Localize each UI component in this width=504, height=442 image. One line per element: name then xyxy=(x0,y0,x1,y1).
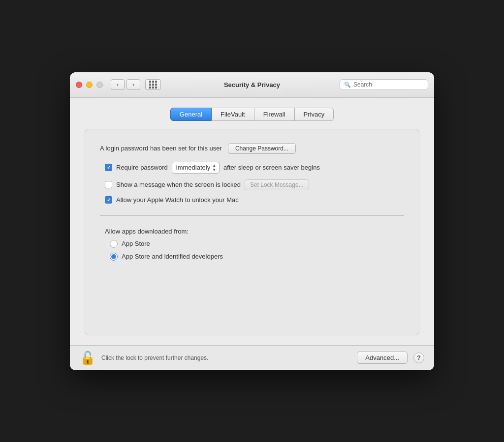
content-area: General FileVault Firewall Privacy A log… xyxy=(70,98,434,345)
download-from-label: Allow apps downloaded from: xyxy=(105,228,404,235)
immediately-value: immediately xyxy=(176,164,210,171)
forward-button[interactable]: › xyxy=(126,79,140,90)
require-password-row: Require password immediately ▲ ▼ after s… xyxy=(105,162,404,174)
require-password-label: Require password xyxy=(116,164,168,171)
login-password-label: A login password has been set for this u… xyxy=(100,145,222,152)
search-input[interactable] xyxy=(353,81,424,88)
window-title: Security & Privacy xyxy=(224,81,280,88)
require-password-checkbox[interactable] xyxy=(105,164,112,171)
apple-watch-checkbox[interactable] xyxy=(105,196,112,204)
radio-app-store-label: App Store xyxy=(122,240,150,247)
show-message-checkbox[interactable] xyxy=(105,181,112,188)
tab-privacy[interactable]: Privacy xyxy=(295,108,334,121)
search-bar[interactable]: 🔍 xyxy=(340,79,428,90)
radio-app-store-row[interactable]: App Store xyxy=(110,240,404,248)
set-lock-message-button[interactable]: Set Lock Message... xyxy=(245,179,309,190)
bottom-bar: 🔓 Click the lock to prevent further chan… xyxy=(70,345,434,370)
nav-buttons: ‹ › xyxy=(111,79,140,90)
tab-bar: General FileVault Firewall Privacy xyxy=(85,108,419,121)
radio-selected-dot xyxy=(111,254,116,259)
change-password-button[interactable]: Change Password... xyxy=(228,143,296,154)
login-password-row: A login password has been set for this u… xyxy=(100,143,404,154)
minimize-button[interactable] xyxy=(86,82,93,88)
general-panel: A login password has been set for this u… xyxy=(85,129,419,335)
grid-icon xyxy=(149,81,157,88)
advanced-button[interactable]: Advanced... xyxy=(357,352,408,364)
tab-filevault[interactable]: FileVault xyxy=(212,108,254,121)
radio-app-store-developers-row[interactable]: App Store and identified developers xyxy=(110,253,404,261)
traffic-lights xyxy=(76,82,103,88)
options-section: Require password immediately ▲ ▼ after s… xyxy=(100,162,404,204)
tab-firewall[interactable]: Firewall xyxy=(254,108,295,121)
back-button[interactable]: ‹ xyxy=(111,79,125,90)
lock-icon[interactable]: 🔓 xyxy=(80,352,95,364)
titlebar: ‹ › Security & Privacy 🔍 xyxy=(70,72,434,98)
radio-app-store-developers-label: App Store and identified developers xyxy=(122,253,223,260)
main-window: ‹ › Security & Privacy 🔍 General FileVau… xyxy=(70,72,434,370)
download-section: Allow apps downloaded from: App Store Ap… xyxy=(100,228,404,261)
stepper-up-arrow[interactable]: ▲ xyxy=(212,163,216,168)
stepper-down-arrow[interactable]: ▼ xyxy=(212,168,216,172)
after-sleep-label: after sleep or screen saver begins xyxy=(223,164,320,171)
tab-general[interactable]: General xyxy=(170,108,212,121)
lock-text: Click the lock to prevent further change… xyxy=(101,354,351,361)
stepper-arrows: ▲ ▼ xyxy=(212,163,216,172)
show-message-row: Show a message when the screen is locked… xyxy=(105,179,404,190)
help-button[interactable]: ? xyxy=(413,353,424,363)
search-icon: 🔍 xyxy=(344,82,351,88)
show-message-label: Show a message when the screen is locked xyxy=(116,181,241,188)
grid-button[interactable] xyxy=(145,79,161,90)
apple-watch-row: Allow your Apple Watch to unlock your Ma… xyxy=(105,196,404,204)
radio-app-store[interactable] xyxy=(110,240,118,248)
radio-options: App Store App Store and identified devel… xyxy=(105,240,404,261)
radio-app-store-developers[interactable] xyxy=(110,253,118,261)
close-button[interactable] xyxy=(76,82,82,88)
apple-watch-label: Allow your Apple Watch to unlock your Ma… xyxy=(116,196,239,204)
immediately-dropdown[interactable]: immediately ▲ ▼ xyxy=(172,162,220,174)
fullscreen-button[interactable] xyxy=(96,82,103,88)
divider xyxy=(100,215,404,216)
